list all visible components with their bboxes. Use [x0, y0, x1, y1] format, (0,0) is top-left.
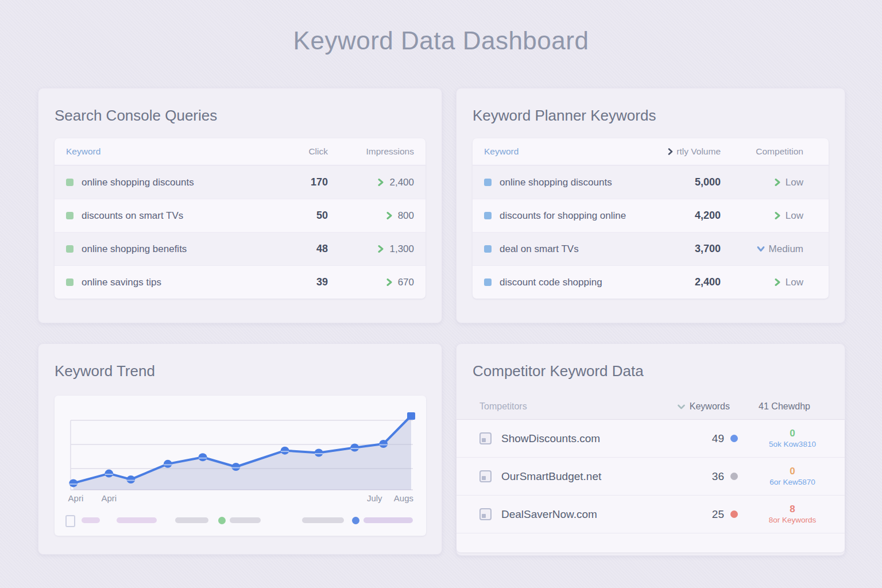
- metric-value: 8: [755, 503, 830, 515]
- clipboard-icon: [479, 432, 492, 444]
- legend-pill-gray[interactable]: [175, 517, 208, 523]
- keyword-label: deal on smart TVs: [500, 243, 579, 255]
- competitor-title: Competitor Keyword Data: [457, 344, 845, 394]
- page-title: Keyword Data Dashboard: [0, 26, 882, 55]
- trend-chevron-icon: [757, 246, 764, 252]
- keyword-trend-title: Keyword Trend: [38, 344, 442, 394]
- trend-chevron-icon: [775, 278, 780, 286]
- table-header-row: Tompetitors Keywords 41 Chewdhp: [457, 394, 845, 420]
- column-header-keyword[interactable]: Keyword: [484, 146, 645, 157]
- table-header-row: Keyword Click Impressions: [55, 138, 425, 165]
- clipboard-icon: [479, 470, 492, 482]
- keyword-planner-table: Keyword rtly Volume Competition online s…: [473, 138, 829, 299]
- chevron-right-icon: [378, 179, 384, 186]
- metric-link[interactable]: 6or Kew5870: [755, 478, 830, 488]
- chevron-right-icon: [386, 212, 392, 219]
- column-header-keywords[interactable]: Keywords: [661, 401, 730, 412]
- keyword-bullet-icon: [66, 212, 74, 219]
- table-row[interactable]: online shopping benefits 48 1,300: [55, 232, 425, 265]
- keyword-bullet-icon: [484, 179, 492, 186]
- legend-pill-gray[interactable]: [230, 517, 261, 523]
- keyword-label: discount code shopping: [500, 277, 602, 288]
- click-value: 39: [277, 276, 328, 288]
- search-console-panel: Search Console Queries Keyword Click Imp…: [38, 88, 442, 323]
- legend-pill-pink[interactable]: [117, 517, 157, 523]
- keyword-planner-panel: Keyword Planner Keywords Keyword rtly Vo…: [456, 88, 845, 323]
- table-row[interactable]: discounts on smart TVs 50 800: [55, 199, 425, 232]
- click-value: 170: [277, 176, 328, 188]
- metric-link[interactable]: 5ok Kow3810: [755, 440, 830, 450]
- keyword-bullet-icon: [484, 278, 492, 286]
- chevron-right-icon: [386, 278, 392, 286]
- keyword-bullet-icon: [66, 278, 74, 286]
- volume-value: 5,000: [645, 176, 721, 188]
- legend-dot-green[interactable]: [218, 517, 226, 524]
- keywords-count: 36: [712, 470, 724, 483]
- search-console-title: Search Console Queries: [38, 88, 442, 138]
- competitor-panel: Competitor Keyword Data Tompetitors Keyw…: [456, 343, 845, 556]
- legend-dot-blue[interactable]: [352, 517, 359, 524]
- impressions-value: 670: [398, 277, 414, 288]
- click-value: 48: [277, 243, 328, 255]
- competitor-name: ShowDiscounts.com: [501, 432, 600, 445]
- keyword-bullet-icon: [484, 245, 492, 253]
- competitor-name: DealSaverNow.com: [501, 508, 597, 521]
- status-dot-icon: [730, 473, 738, 480]
- keyword-bullet-icon: [66, 179, 74, 186]
- legend-pill-pink[interactable]: [82, 517, 100, 523]
- legend-pill-purple[interactable]: [363, 517, 413, 523]
- impressions-value: 800: [398, 210, 414, 222]
- clipboard-icon: [479, 508, 492, 520]
- trend-chevron-icon: [775, 212, 780, 219]
- x-axis-tick-label: Apri: [68, 493, 84, 503]
- impressions-value: 1,300: [389, 243, 414, 255]
- chevron-down-icon: [678, 404, 685, 409]
- column-header-volume[interactable]: rtly Volume: [645, 146, 721, 157]
- volume-value: 3,700: [645, 243, 721, 255]
- status-dot-icon: [730, 435, 738, 442]
- column-header-impressions: Impressions: [328, 146, 414, 157]
- table-row[interactable]: discounts for shopping online 4,200 Low: [473, 199, 829, 232]
- trend-line-chart: [55, 396, 426, 536]
- table-row[interactable]: discount code shopping 2,400 Low: [473, 265, 829, 299]
- trend-chart-card: ApriApriJulyAugs: [55, 396, 426, 536]
- legend-pill-gray[interactable]: [302, 517, 344, 523]
- column-header-keyword[interactable]: Keyword: [66, 146, 277, 157]
- table-row[interactable]: online savings tips 39 670: [55, 265, 425, 299]
- x-axis-tick-label: July: [367, 493, 382, 503]
- trend-chevron-icon: [775, 179, 780, 186]
- x-axis-tick-label: Augs: [394, 493, 413, 503]
- table-row[interactable]: deal on smart TVs 3,700 Medium: [473, 232, 829, 265]
- metric-link[interactable]: 8or Keywords: [755, 516, 830, 525]
- table-row[interactable]: online shopping discounts 5,000 Low: [473, 165, 829, 199]
- column-header-competition: Competition: [721, 146, 817, 157]
- column-header-competitors: Tompetitors: [479, 401, 661, 412]
- keyword-label: online shopping discounts: [82, 177, 194, 188]
- volume-value: 4,200: [645, 210, 721, 222]
- competitor-table: ShowDiscounts.com 49 05ok Kow3810 OurSma…: [457, 420, 845, 552]
- table-row[interactable]: online shopping discounts 170 2,400: [55, 165, 425, 199]
- search-console-table: Keyword Click Impressions online shoppin…: [55, 138, 425, 299]
- keyword-trend-panel: Keyword Trend ApriApriJulyAugs: [38, 343, 442, 555]
- table-row[interactable]: DealSaverNow.com 25 88or Keywords: [457, 496, 845, 533]
- status-dot-icon: [730, 510, 738, 518]
- keyword-planner-title: Keyword Planner Keywords: [457, 88, 845, 138]
- x-axis-tick-label: Apri: [101, 493, 117, 503]
- keyword-label: discounts for shopping online: [500, 210, 626, 222]
- impressions-value: 2,400: [389, 177, 414, 188]
- legend-checkbox[interactable]: [65, 515, 75, 527]
- chevron-right-icon: [378, 245, 384, 253]
- keyword-bullet-icon: [66, 245, 74, 253]
- keywords-count: 25: [712, 508, 724, 521]
- click-value: 50: [277, 210, 328, 222]
- competition-value: Low: [786, 210, 803, 222]
- table-header-row: Keyword rtly Volume Competition: [473, 138, 829, 165]
- table-row[interactable]: OurSmartBudget.net 36 06or Kew5870: [457, 458, 845, 496]
- competitor-name: OurSmartBudget.net: [501, 470, 601, 483]
- keyword-bullet-icon: [484, 212, 492, 219]
- keyword-label: online shopping discounts: [500, 177, 612, 188]
- keywords-count: 49: [712, 432, 724, 445]
- keyword-label: online savings tips: [82, 277, 161, 288]
- table-row[interactable]: ShowDiscounts.com 49 05ok Kow3810: [457, 420, 845, 458]
- keyword-label: online shopping benefits: [82, 243, 187, 255]
